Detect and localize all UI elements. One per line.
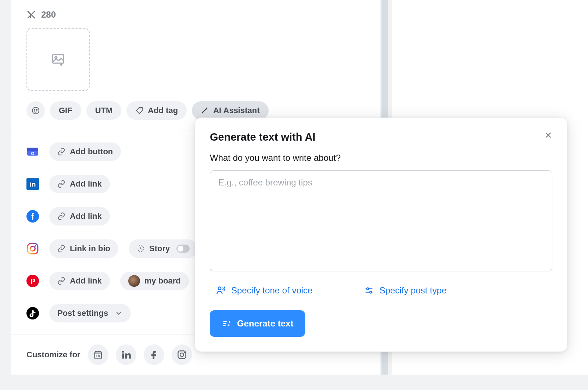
google-business-icon: G: [26, 145, 39, 158]
tone-voice-icon: [216, 285, 226, 296]
specify-post-type-button[interactable]: Specify post type: [364, 285, 447, 296]
pinterest-board-label: my board: [144, 276, 181, 286]
svg-point-25: [218, 287, 221, 289]
svg-point-14: [31, 246, 35, 251]
linkedin-icon: in: [26, 178, 39, 190]
image-add-icon: [51, 52, 65, 67]
svg-point-4: [36, 109, 37, 110]
facebook-icon: f: [26, 210, 39, 223]
svg-point-24: [184, 352, 185, 353]
pinterest-add-label: Add link: [70, 276, 102, 286]
generate-sparkle-icon: [222, 319, 231, 328]
specify-tone-button[interactable]: Specify tone of voice: [216, 285, 312, 296]
ai-modal-title: Generate text with AI: [210, 131, 315, 143]
linkedin-add-link[interactable]: Add link: [49, 175, 110, 193]
tiktok-post-settings-label: Post settings: [57, 308, 108, 318]
utm-label: UTM: [95, 106, 113, 115]
pinterest-icon: P: [26, 275, 39, 287]
char-count-value: 280: [41, 10, 56, 20]
add-media-button[interactable]: [26, 28, 90, 91]
linkedin-add-label: Add link: [70, 179, 102, 189]
facebook-add-label: Add link: [70, 212, 102, 221]
specify-tone-label: Specify tone of voice: [231, 285, 312, 296]
instagram-link-label: Link in bio: [70, 244, 110, 253]
customize-instagram-button[interactable]: [172, 344, 192, 365]
generate-text-label: Generate text: [237, 318, 293, 329]
google-local-icon: LG: [93, 350, 103, 360]
clock-history-icon: [137, 245, 145, 253]
instagram-icon: [26, 242, 39, 255]
gif-label: GIF: [59, 106, 72, 115]
svg-point-27: [370, 291, 372, 293]
pinterest-add-link[interactable]: Add link: [49, 272, 110, 290]
svg-point-1: [55, 57, 57, 58]
ai-assistant-label: AI Assistant: [213, 106, 259, 115]
svg-text:in: in: [30, 180, 36, 188]
svg-point-2: [32, 107, 39, 114]
ai-modal-close-button[interactable]: [544, 131, 552, 141]
ai-modal-subtitle: What do you want to write about?: [210, 153, 552, 163]
ai-prompt-input[interactable]: [210, 170, 552, 271]
instagram-story-label: Story: [149, 244, 170, 253]
svg-rect-20: [122, 354, 124, 359]
pinterest-board-selector[interactable]: my board: [120, 272, 189, 290]
story-toggle-off[interactable]: [176, 245, 190, 253]
svg-text:LG: LG: [96, 354, 100, 358]
ai-assistant-button[interactable]: AI Assistant: [192, 101, 268, 120]
facebook-small-icon: [149, 350, 159, 360]
link-icon: [57, 212, 65, 220]
sliders-icon: [364, 285, 374, 296]
svg-rect-13: [28, 243, 38, 254]
svg-point-26: [367, 288, 369, 290]
google-add-button[interactable]: Add button: [49, 142, 121, 161]
gif-button[interactable]: GIF: [50, 101, 81, 120]
google-add-label: Add button: [70, 147, 113, 156]
tiktok-icon: [26, 307, 39, 319]
svg-text:f: f: [31, 212, 34, 221]
customize-facebook-button[interactable]: [144, 344, 164, 365]
svg-point-5: [141, 108, 142, 109]
link-icon: [57, 180, 65, 188]
add-tag-label: Add tag: [148, 106, 178, 115]
svg-point-21: [122, 351, 124, 353]
instagram-link-in-bio[interactable]: Link in bio: [49, 239, 118, 258]
ai-assistant-modal: Generate text with AI What do you want t…: [195, 118, 567, 352]
svg-text:P: P: [30, 277, 35, 286]
add-tag-button[interactable]: Add tag: [126, 101, 187, 120]
svg-point-3: [34, 109, 35, 110]
svg-point-15: [35, 245, 36, 247]
emoji-icon: [31, 106, 40, 115]
instagram-small-icon: [177, 350, 187, 360]
emoji-button[interactable]: [26, 101, 45, 120]
linkedin-small-icon: [121, 350, 131, 360]
specify-post-type-label: Specify post type: [379, 285, 447, 296]
tag-icon: [135, 106, 143, 115]
link-icon: [57, 148, 65, 156]
tiktok-post-settings[interactable]: Post settings: [49, 304, 131, 322]
x-twitter-icon: [26, 10, 36, 19]
close-icon: [544, 131, 552, 139]
svg-text:G: G: [31, 151, 34, 156]
facebook-add-link[interactable]: Add link: [49, 207, 110, 225]
instagram-story-toggle[interactable]: Story: [129, 239, 198, 258]
link-icon: [57, 245, 65, 253]
svg-point-23: [180, 353, 184, 357]
generate-text-button[interactable]: Generate text: [210, 310, 305, 337]
board-avatar-icon: [128, 275, 140, 287]
customize-linkedin-button[interactable]: [116, 344, 136, 365]
utm-button[interactable]: UTM: [86, 101, 122, 120]
customize-google-button[interactable]: LG: [88, 344, 108, 365]
magic-wand-icon: [201, 106, 209, 115]
customize-for-label: Customize for: [26, 350, 80, 360]
char-count-row: 280: [11, 0, 380, 20]
chevron-down-icon: [115, 309, 123, 317]
link-icon: [57, 277, 65, 285]
